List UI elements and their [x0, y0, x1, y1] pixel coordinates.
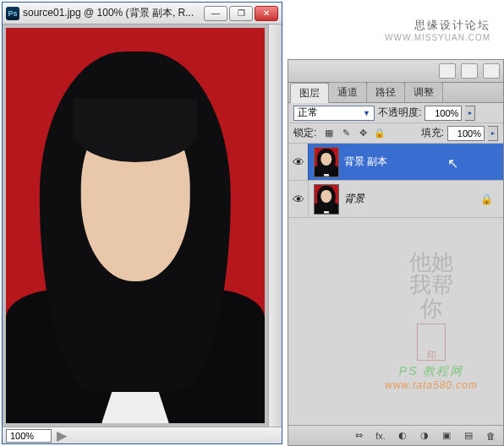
layers-panel: 图层 通道 路径 调整 正常 ▼ 不透明度: 100% ▸ 锁定: ▦ ✎ ✥ … [288, 83, 504, 446]
watermark-ink-1: 他她 [385, 251, 478, 274]
canvas-area[interactable] [3, 24, 282, 427]
statusbar: 100% ▶ [3, 427, 282, 443]
brand-area: 思缘设计论坛 WWW.MISSYUAN.COM [288, 0, 504, 59]
watermark-seal: 印 [417, 324, 446, 361]
close-button[interactable]: ✕ [255, 6, 278, 21]
layer-thumbnail[interactable] [314, 147, 339, 177]
watermark-site-url: www.tata580.com [385, 379, 478, 391]
fill-stepper[interactable]: ▸ [488, 126, 498, 141]
lock-label: 锁定: [293, 126, 316, 140]
lock-position-icon[interactable]: ✥ [357, 128, 369, 139]
new-layer-icon[interactable]: ▤ [461, 429, 476, 443]
visibility-toggle[interactable]: 👁 [288, 181, 309, 217]
document-title: source01.jpg @ 100% (背景 副本, R... [23, 6, 204, 20]
mini-tool-2[interactable] [461, 63, 478, 79]
tab-layers[interactable]: 图层 [290, 83, 329, 103]
minimize-button[interactable]: — [204, 6, 227, 21]
layers-list: 👁 背景 副本 ↖ 👁 背景 🔒 他她 我帮 你 印 PS [288, 144, 503, 425]
vertical-scrollbar[interactable] [268, 24, 282, 427]
mini-tool-3[interactable] [483, 63, 500, 79]
person-silhouette [6, 28, 265, 423]
document-window: Ps source01.jpg @ 100% (背景 副本, R... — ❐ … [2, 2, 282, 444]
tab-channels[interactable]: 通道 [328, 82, 367, 102]
fill-label: 填充: [421, 126, 444, 140]
new-group-icon[interactable]: ▣ [439, 429, 454, 443]
visibility-toggle[interactable]: 👁 [288, 144, 309, 180]
watermark-ink-3: 你 [385, 297, 478, 320]
delete-layer-icon[interactable]: 🗑 [483, 429, 498, 443]
fill-input[interactable]: 100% [447, 126, 485, 141]
window-buttons: — ❐ ✕ [204, 6, 278, 21]
layer-item-copy[interactable]: 👁 背景 副本 ↖ [288, 144, 503, 181]
blend-row: 正常 ▼ 不透明度: 100% ▸ [288, 103, 503, 123]
watermark-ink-2: 我帮 [385, 274, 478, 296]
link-layers-icon[interactable]: ⇔ [351, 429, 366, 443]
status-expand-icon[interactable]: ▶ [57, 427, 67, 443]
layer-mask-icon[interactable]: ◐ [395, 429, 410, 443]
cursor-icon: ↖ [447, 155, 458, 171]
mini-toolbar [288, 59, 504, 83]
zoom-input[interactable]: 100% [6, 429, 52, 443]
titlebar[interactable]: Ps source01.jpg @ 100% (背景 副本, R... — ❐ … [3, 3, 282, 24]
opacity-input[interactable]: 100% [425, 106, 462, 121]
layer-item-background[interactable]: 👁 背景 🔒 [288, 181, 503, 218]
canvas-content [6, 28, 265, 423]
lock-transparent-icon[interactable]: ▦ [323, 128, 335, 139]
photo-preview [6, 28, 265, 423]
lock-all-icon[interactable]: 🔒 [374, 128, 386, 139]
brand-cn: 思缘设计论坛 [414, 18, 490, 33]
layer-name: 背景 [344, 192, 364, 206]
layer-thumbnail[interactable] [314, 184, 339, 215]
lock-icon: 🔒 [480, 193, 493, 205]
right-side: 思缘设计论坛 WWW.MISSYUAN.COM 图层 通道 路径 调整 正常 ▼… [288, 0, 504, 446]
opacity-label: 不透明度: [378, 106, 421, 120]
lock-row: 锁定: ▦ ✎ ✥ 🔒 填充: 100% ▸ [288, 123, 503, 144]
eye-icon: 👁 [293, 155, 304, 169]
brand-en: WWW.MISSYUAN.COM [385, 33, 490, 42]
blend-mode-value: 正常 [298, 106, 318, 120]
maximize-button[interactable]: ❐ [229, 6, 253, 21]
chevron-down-icon: ▼ [363, 109, 370, 117]
panel-tabs: 图层 通道 路径 调整 [288, 83, 503, 103]
opacity-stepper[interactable]: ▸ [465, 106, 475, 121]
mini-tool-1[interactable] [439, 63, 456, 79]
blend-mode-select[interactable]: 正常 ▼ [293, 106, 375, 121]
app-icon: Ps [6, 7, 19, 20]
layer-fx-icon[interactable]: fx. [373, 429, 388, 443]
lock-image-icon[interactable]: ✎ [340, 128, 352, 139]
lock-icons: ▦ ✎ ✥ 🔒 [323, 128, 386, 139]
eye-icon: 👁 [293, 193, 304, 206]
watermark: 他她 我帮 你 印 PS 教程网 www.tata580.com [385, 251, 478, 391]
adjustment-layer-icon[interactable]: ◑ [417, 429, 432, 443]
layer-name: 背景 副本 [344, 155, 387, 169]
tab-paths[interactable]: 路径 [366, 82, 405, 102]
panel-footer: ⇔ fx. ◐ ◑ ▣ ▤ 🗑 [288, 425, 503, 445]
watermark-site-cn: PS 教程网 [385, 364, 478, 379]
tab-adjustments[interactable]: 调整 [404, 82, 443, 102]
